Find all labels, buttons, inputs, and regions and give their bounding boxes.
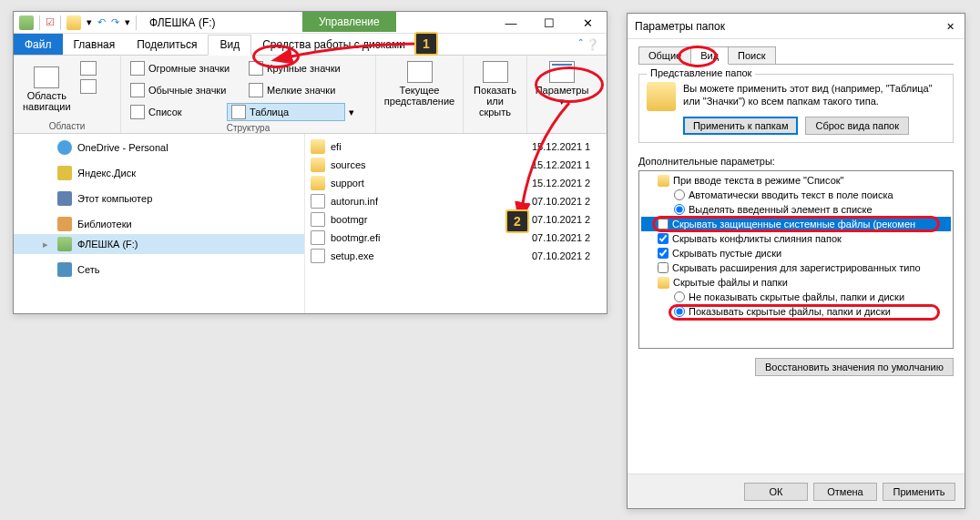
layout-table[interactable]: Таблица [227, 103, 345, 121]
undo-icon[interactable]: ↶ [97, 16, 106, 28]
preview-pane-icon[interactable] [80, 61, 97, 76]
chevron-down-icon[interactable]: ▾ [87, 16, 92, 28]
cancel-button[interactable]: Отмена [813, 483, 877, 501]
app-icon [19, 15, 34, 30]
nav-item[interactable]: OneDrive - Personal [14, 138, 304, 158]
tab-view[interactable]: Вид [208, 35, 251, 56]
file-list[interactable]: efi15.12.2021 1sources15.12.2021 1suppor… [305, 134, 607, 313]
file-row[interactable]: sources15.12.2021 1 [305, 156, 607, 174]
tab-share[interactable]: Поделиться [126, 34, 208, 55]
apply-to-folders-button[interactable]: Применить к папкам [683, 117, 799, 135]
label: Выделять введенный элемент в списке [689, 204, 873, 215]
file-icon [311, 249, 325, 263]
tree-radio-item[interactable]: Автоматически вводить текст в поле поиск… [641, 188, 951, 202]
checkbox[interactable] [658, 262, 669, 273]
ribbon-group-panes: Область навигации Области [14, 56, 121, 133]
checkbox[interactable] [658, 248, 669, 259]
label: Скрывать защищенные системные файлы (рек… [672, 219, 915, 229]
small-icons-icon [249, 83, 263, 97]
file-date: 15.12.2021 1 [532, 141, 601, 152]
checkbox[interactable] [658, 219, 669, 229]
nav-item[interactable]: Этот компьютер [14, 189, 304, 209]
folder-icon[interactable] [66, 15, 81, 30]
minimize-button[interactable]: — [492, 12, 530, 34]
tree-check-item-hide-protected[interactable]: Скрывать защищенные системные файлы (рек… [641, 217, 951, 231]
layout-small-icons[interactable]: Мелкие значки [245, 81, 363, 99]
layout-list[interactable]: Список [127, 103, 227, 121]
nav-item[interactable]: Яндекс.Диск [14, 163, 304, 183]
radio[interactable] [674, 189, 685, 200]
chevron-down-icon[interactable]: ▾ [125, 16, 130, 28]
layout-more-icon[interactable]: ▾ [345, 107, 358, 118]
file-name: bootmgr.efi [331, 232, 526, 243]
nav-item[interactable]: ▸ФЛЕШКА (F:) [14, 234, 304, 254]
radio[interactable] [674, 291, 685, 302]
tree-radio-item-show-hidden[interactable]: Показывать скрытые файлы, папки и диски [641, 304, 951, 319]
tree-item: При вводе текста в режиме "Список" [641, 173, 951, 188]
large-icons-icon [249, 61, 263, 76]
tree-radio-item[interactable]: Не показывать скрытые файлы, папки и дис… [641, 290, 951, 304]
current-view-button[interactable]: Текущее представление [382, 59, 457, 108]
label: Таблица [250, 107, 289, 117]
navigation-pane[interactable]: OneDrive - PersonalЯндекс.ДискЭтот компь… [14, 134, 305, 313]
ribbon-group-label: Области [19, 119, 115, 131]
nav-icon [57, 191, 72, 206]
file-date: 07.10.2021 2 [532, 250, 601, 261]
tab-home[interactable]: Главная [63, 34, 127, 55]
label: Скрывать расширения для зарегистрированн… [672, 262, 921, 273]
nav-item[interactable]: Сеть [14, 260, 304, 280]
tree-check-item[interactable]: Скрывать пустые диски [641, 246, 951, 260]
close-button[interactable]: ✕ [939, 17, 961, 36]
radio[interactable] [674, 306, 685, 317]
layout-huge-icons[interactable]: Огромные значки [127, 59, 245, 77]
tab-view[interactable]: Вид [690, 46, 729, 65]
expand-icon[interactable]: ▸ [43, 239, 52, 250]
file-row[interactable]: bootmgr.efi07.10.2021 2 [305, 229, 607, 247]
file-row[interactable]: efi15.12.2021 1 [305, 138, 607, 156]
label: Скрытые файлы и папки [673, 277, 788, 288]
nav-pane-label: Область навигации [23, 90, 71, 112]
tree-item: Скрытые файлы и папки [641, 275, 951, 290]
apply-button[interactable]: Применить [883, 483, 955, 501]
checkmark-icon[interactable]: ☑ [46, 16, 55, 28]
radio[interactable] [674, 204, 685, 215]
ribbon-group-layout: Огромные значки Крупные значки Обычные з… [121, 56, 376, 133]
nav-item[interactable]: Библиотеки [14, 214, 304, 234]
tab-disk-tools[interactable]: Средства работы с дисками [251, 34, 416, 55]
ok-button[interactable]: ОК [744, 483, 808, 501]
help-icon[interactable]: ˆ ❔ [579, 38, 599, 51]
tab-search[interactable]: Поиск [728, 46, 775, 64]
manage-contextual-tab[interactable]: Управление [302, 12, 396, 32]
layout-normal-icons[interactable]: Обычные значки [127, 81, 245, 99]
checkbox[interactable] [658, 233, 669, 244]
options-button[interactable]: Параметры ▾ [533, 59, 591, 109]
redo-icon[interactable]: ↷ [111, 16, 119, 28]
advanced-tree[interactable]: При вводе текста в режиме "Список" Автом… [638, 170, 954, 349]
tab-general[interactable]: Общие [638, 46, 691, 64]
quick-access-toolbar: ☑ ▾ ↶ ↷ ▾ ФЛЕШКА (F:) Управление — ☐ ✕ [14, 12, 607, 34]
file-row[interactable]: support15.12.2021 2 [305, 174, 607, 192]
label: При вводе текста в режиме "Список" [673, 175, 843, 186]
details-pane-icon[interactable] [80, 79, 97, 94]
reset-folders-button[interactable]: Сброс вида папок [805, 117, 909, 135]
file-icon [311, 230, 325, 245]
file-row[interactable]: bootmgr07.10.2021 2 [305, 210, 607, 229]
file-row[interactable]: autorun.inf07.10.2021 2 [305, 192, 607, 210]
checkbox-icon [483, 61, 508, 83]
tree-radio-item[interactable]: Выделять введенный элемент в списке [641, 202, 951, 217]
maximize-button[interactable]: ☐ [530, 12, 568, 34]
layout-large-icons[interactable]: Крупные значки [245, 59, 363, 77]
restore-defaults-button[interactable]: Восстановить значения по умолчанию [755, 358, 954, 376]
nav-label: ФЛЕШКА (F:) [77, 239, 138, 250]
tab-file[interactable]: Файл [14, 34, 63, 55]
normal-icons-icon [130, 83, 145, 97]
navigation-pane-button[interactable]: Область навигации [19, 59, 75, 119]
file-name: sources [331, 159, 526, 170]
tree-check-item[interactable]: Скрывать конфликты слияния папок [641, 231, 951, 246]
file-name: support [331, 178, 526, 189]
show-hide-button[interactable]: Показать или скрыть [469, 59, 521, 119]
file-row[interactable]: setup.exe07.10.2021 2 [305, 247, 607, 265]
tree-check-item[interactable]: Скрывать расширения для зарегистрированн… [641, 260, 951, 275]
close-button[interactable]: ✕ [568, 12, 607, 34]
chevron-down-icon[interactable]: ▾ [559, 96, 565, 107]
